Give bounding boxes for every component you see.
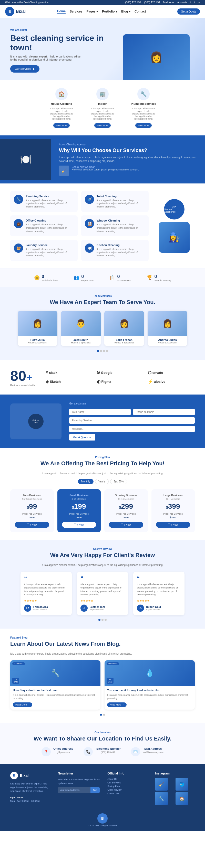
team-dot-3[interactable] <box>106 350 108 352</box>
blog-dot-1[interactable] <box>103 714 105 716</box>
facebook-icon[interactable]: f <box>190 1 191 4</box>
review-dot-1[interactable] <box>101 619 104 621</box>
footer-about-text: It is a app with cleaner expert. I help … <box>10 782 50 793</box>
review-text-1: It is a app with cleaner expert. I help … <box>80 583 125 597</box>
house-cleaning-read-more[interactable]: Read More <box>53 123 70 128</box>
plumbing-service-desc: It is a app with cleaner expert. I help … <box>26 199 74 209</box>
instagram-icon[interactable]: in <box>198 1 200 4</box>
nav-portfolio[interactable]: Portfolio ▾ <box>102 10 117 13</box>
pricing-size-growing: 11-15 Members <box>109 498 143 500</box>
team-role-2: House & Specialist <box>106 341 142 344</box>
pricing-try-large[interactable]: Try Now <box>156 522 190 528</box>
insta-thumb-1[interactable]: 🪣 <box>176 778 188 790</box>
house-cleaning-desc: It is a app with cleaner expert. I help … <box>49 107 74 120</box>
insta-thumb-0[interactable]: 🧹 <box>155 778 168 790</box>
kitchen-service-title: Kitchen Cleaning <box>97 244 145 247</box>
reviews-section: Client's Review We Are Very Happy For Cl… <box>0 540 205 628</box>
pricing-extra-growing: $300 <box>109 516 143 519</box>
laundry-service-icon: 🧺 <box>14 244 23 253</box>
team-dot-0[interactable] <box>97 350 99 352</box>
location-grid: 📍 Office Address ghkplan.com 📞 Telephone… <box>10 747 195 756</box>
blog-read-more-0[interactable]: Read More → <box>13 703 32 707</box>
review-dot-0[interactable] <box>98 619 100 621</box>
footer-newsletter-input[interactable] <box>58 787 91 793</box>
team-photo-1: 👨 <box>61 311 101 336</box>
blog-image-1: 💧 PLUMBING 19JAN <box>105 660 195 686</box>
team-photo-2: 👩 <box>104 311 144 336</box>
footer-bottom-circle: B <box>97 813 108 824</box>
pricing-card-new: New Business For Small Business $99 Plus… <box>10 489 54 532</box>
reviewer-avatar-0: FA <box>24 604 31 612</box>
footer-link-about[interactable]: About Us <box>107 778 147 780</box>
pricing-size-large: 16+ Members <box>156 498 190 500</box>
call-label: Call on <box>32 419 40 421</box>
pricing-desc: It is a app with cleaner expert. I help … <box>10 472 195 475</box>
footer-instagram-col: Instagram 🧹 🪣 🔧 🏠 <box>155 772 195 805</box>
pricing-monthly-tab[interactable]: Monthly <box>78 479 94 484</box>
blog-carousel-dots <box>10 714 195 716</box>
footer-link-contact[interactable]: Contact Us <box>107 792 147 795</box>
hero-title: Best cleaning service in town! <box>10 33 123 52</box>
nav-pages[interactable]: Pages ▾ <box>86 10 98 13</box>
team-dot-1[interactable] <box>100 350 102 352</box>
logo[interactable]: B Bixal <box>5 7 26 16</box>
footer-logo-text: Bixal <box>20 773 28 778</box>
team-num: 0 <box>81 274 94 279</box>
blog-tag-label-0: PLUMBING <box>12 662 25 665</box>
why-check-link[interactable]: Check how we clean <box>72 165 139 168</box>
pricing-try-new[interactable]: Try Now <box>15 522 49 528</box>
team-dot-2[interactable] <box>103 350 105 352</box>
partners-label: Partners in world wide <box>10 384 35 387</box>
footer-link-review[interactable]: Client Review <box>107 788 147 791</box>
team-name-1: Jewl Smith <box>63 338 99 341</box>
estimate-submit-button[interactable]: Get A Quote → <box>69 434 95 440</box>
hero-image: 👩 <box>123 34 195 80</box>
footer-subscribe-button[interactable]: Sub <box>91 787 100 793</box>
blog-read-more-1[interactable]: Read More → <box>107 703 127 707</box>
review-dot-2[interactable] <box>105 619 107 621</box>
estimate-service-input[interactable] <box>69 417 195 424</box>
indoor-read-more[interactable]: Read More <box>94 123 111 128</box>
nav-blog[interactable]: Blog ▾ <box>121 10 130 13</box>
insta-thumb-2[interactable]: 🔧 <box>155 792 168 805</box>
footer-link-pricing[interactable]: Pricing Plan <box>107 785 147 787</box>
review-stars-2: ★★★★★ <box>137 599 181 602</box>
blog-date-0: 12JAN <box>12 678 19 684</box>
estimate-name-input[interactable] <box>69 409 131 415</box>
hero-photo: 👩 <box>123 34 189 80</box>
pricing-price-growing: $299 <box>109 502 143 510</box>
pricing-try-small[interactable]: Try Now <box>62 522 96 528</box>
pricing-size-small: 6-10 Members <box>62 498 96 500</box>
pricing-3yr-tab[interactable]: 3yr: 60% <box>110 479 127 484</box>
estimate-message-input[interactable] <box>69 426 195 432</box>
call-number: 244 <box>34 421 37 424</box>
phone-icon: 📞 <box>83 747 93 756</box>
footer-link-services[interactable]: Our Services <box>107 781 147 784</box>
partner-google: GGoogle <box>97 370 144 375</box>
blog-tag: Featured Blog <box>10 636 195 639</box>
years-number: 25+ <box>172 206 176 208</box>
nav-cta-button[interactable]: Get a Quote <box>177 8 200 14</box>
blog-post-title-0: How Stay calm from the first time... <box>13 688 98 692</box>
stat-projects: 📋 0 Active Project <box>109 274 131 282</box>
estimate-phone-input[interactable] <box>133 409 195 415</box>
footer-instagram-title: Instagram <box>155 772 195 775</box>
footer-logo-initial: B <box>13 774 16 777</box>
navigation: B Bixal Home Services Pages ▾ Portfolio … <box>0 5 205 18</box>
blog-dot-0[interactable] <box>100 714 102 716</box>
pricing-try-growing[interactable]: Try Now <box>109 522 143 528</box>
reviews-title: We Are Very Happy For Client's Review <box>10 552 195 559</box>
office-address-title: Office Address <box>53 747 73 750</box>
nav-contact[interactable]: Contact <box>134 10 146 13</box>
nav-services[interactable]: Services <box>70 10 82 13</box>
review-card-1: ❝ It is a app with cleaner expert. I hel… <box>77 571 128 615</box>
twitter-icon[interactable]: t <box>194 1 195 4</box>
hero-cta-button[interactable]: Our Services ▶ <box>10 65 40 72</box>
insta-thumb-3[interactable]: 🏠 <box>176 792 188 805</box>
why-desc: It is a app with cleaner expert. I help … <box>59 155 197 163</box>
footer-bottom-logo: B © 2024 Bixal. All rights reserved. <box>87 813 118 827</box>
why-title: Why Will You Choose Our Services? <box>59 148 197 153</box>
nav-home[interactable]: Home <box>57 9 66 13</box>
plumbing-read-more[interactable]: Read More <box>135 123 152 128</box>
pricing-yearly-tab[interactable]: Yearly <box>95 479 109 484</box>
